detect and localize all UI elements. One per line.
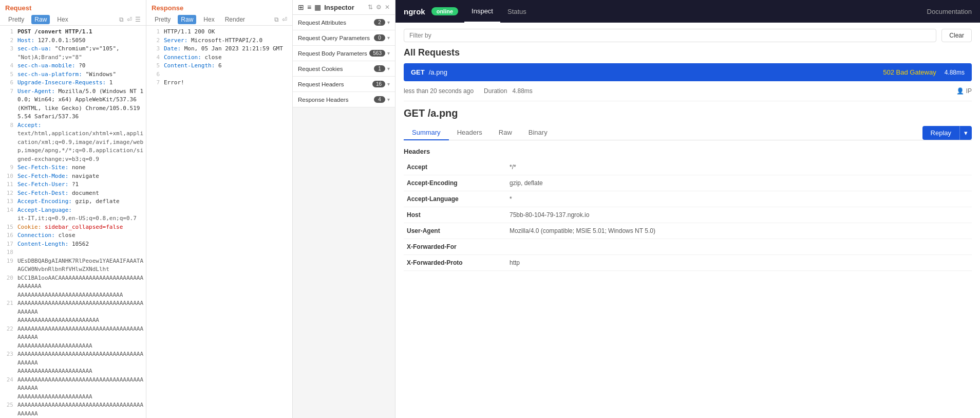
inspector-item[interactable]: Request Attributes2▾ [293,15,395,30]
line-number: 23 [2,350,13,367]
filter-bar: Clear [404,29,972,42]
menu-icon[interactable]: ☰ [135,16,141,23]
line-number [2,130,13,163]
replay-dropdown-arrow[interactable]: ▾ [959,126,972,140]
response-code-line: 5Content-Length: 6 [146,62,292,70]
replay-button[interactable]: Replay [922,126,959,140]
ngrok-documentation-link[interactable]: Documentation [927,8,972,15]
tab-hex[interactable]: Hex [54,15,71,24]
header-value [506,239,972,255]
request-code-line: AAAAAAAAAAAAAAAAAAAAAA [0,342,146,351]
inspector-icon-close[interactable]: ✕ [385,4,390,11]
copy-icon-resp[interactable]: ⧉ [274,16,279,23]
line-number: 24 [2,376,13,393]
inspector-item[interactable]: Response Headers4▾ [293,92,395,107]
inspector-item[interactable]: Request Cookies1▾ [293,61,395,77]
line-content: text/html,application/xhtml+xml,applicat… [17,130,144,163]
header-key: Accept [404,159,506,175]
tab-pretty-resp[interactable]: Pretty [152,15,174,24]
request-code-line: 13Accept-Encoding: gzip, deflate [0,197,146,206]
inspector-item[interactable]: Request Query Parameters0▾ [293,30,395,46]
wrap-icon-resp[interactable]: ⏎ [282,16,287,23]
line-number [2,393,13,402]
all-requests-title: All Requests [404,47,972,58]
line-number [2,53,13,62]
header-key: Host [404,207,506,223]
request-code-line: 10Sec-Fetch-Mode: navigate [0,172,146,181]
response-code-line: 2Server: Microsoft-HTTPAPI/2.0 [146,37,292,45]
request-code-line: 24AAAAAAAAAAAAAAAAAAAAAAAAAAAAAAAAAAAAAA… [0,376,146,393]
headers-table: Accept*/*Accept-Encodinggzip, deflateAcc… [404,159,972,271]
inspector-item[interactable]: Request Headers16▾ [293,77,395,92]
line-number: 10 [2,172,13,181]
request-list-item[interactable]: GET /a.png 502 Bad Gateway 4.88ms [404,63,972,81]
inspector-item-count: 563 [369,50,385,57]
line-content: AAAAAAAAAAAAAAAAAAAAAAAAAAAAAAAAAAAAAAAA… [17,376,144,393]
tab-render-resp[interactable]: Render [222,15,248,24]
header-key: X-Forwarded-Proto [404,255,506,271]
header-row: Host75bb-80-104-79-137.ngrok.io [404,207,972,223]
tab-raw[interactable]: Raw [31,15,50,24]
request-tab-icons: ⧉ ⏎ ☰ [119,16,141,23]
line-content: Accept-Language: [17,206,144,215]
tab-pretty[interactable]: Pretty [5,15,27,24]
filter-input[interactable] [404,29,936,42]
inspector-items-list: Request Attributes2▾Request Query Parame… [293,15,395,418]
header-value: * [506,191,972,207]
ngrok-logo: ngrok [404,7,425,16]
request-code-line: AAAAAAAAAAAAAAAAAAAAAAAAAAAAAAA [0,291,146,300]
tab-hex-resp[interactable]: Hex [200,15,217,24]
response-code-area: 1HTTP/1.1 200 OK2Server: Microsoft-HTTPA… [146,26,292,418]
line-content [17,248,144,257]
line-number: 19 [2,257,13,274]
inspector-icon-list: ≡ [307,3,311,11]
line-content: Connection: close [17,231,144,240]
request-title: Request [0,0,146,14]
user-icon: 👤 [956,87,964,95]
detail-tab-summary[interactable]: Summary [404,125,449,140]
request-code-line: 19UEsDBBQABgAIANHK7RlPeoew1YAEAAIFAAATAA… [0,257,146,274]
copy-icon[interactable]: ⧉ [119,16,124,23]
inspector-icon-settings[interactable]: ⚙ [376,4,382,11]
request-code-line: 17Content-Length: 10562 [0,240,146,249]
tab-raw-resp[interactable]: Raw [178,15,196,24]
line-number: 2 [2,37,13,45]
request-code-area: 1POST /convert HTTP/1.12Host: 127.0.0.1:… [0,26,146,418]
detail-tab-raw[interactable]: Raw [491,125,520,140]
line-number: 13 [2,197,13,206]
wrap-icon[interactable]: ⏎ [127,16,132,23]
line-content: User-Agent: Mozilla/5.0 (Windows NT 10.0… [17,87,144,121]
line-content: Content-Length: 10562 [17,240,144,249]
line-content: Upgrade-Insecure-Requests: 1 [17,79,144,87]
line-number: 21 [2,299,13,316]
request-method: GET [411,68,425,76]
line-number: 7 [2,87,13,121]
line-content: AAAAAAAAAAAAAAAAAAAAAAAAAAAAAAA [17,291,144,300]
nav-item-inspect[interactable]: Inspect [464,0,500,23]
inspector-icon-split[interactable]: ⇅ [368,4,373,11]
request-code-line: 9Sec-Fetch-Site: none [0,163,146,172]
header-row: Accept-Encodinggzip, deflate [404,175,972,191]
inspector-item-label: Request Cookies [298,66,372,72]
line-content: Sec-Fetch-Mode: navigate [17,172,144,181]
chevron-down-icon: ▾ [387,50,390,56]
request-code-line: 11Sec-Fetch-User: ?1 [0,180,146,189]
nav-item-status[interactable]: Status [500,0,534,23]
request-code-line: 4sec-ch-ua-mobile: ?0 [0,62,146,70]
detail-tab-binary[interactable]: Binary [520,125,556,140]
headers-section: Headers Accept*/*Accept-Encodinggzip, de… [404,148,972,271]
request-code-line: "Not)A;Brand";v="8" [0,53,146,62]
clear-button[interactable]: Clear [941,29,972,42]
line-content: Connection: close [164,53,290,62]
response-code-line: 1HTTP/1.1 200 OK [146,28,292,37]
inspector-icon-grid2: ▦ [314,3,321,11]
request-code-line: AAAAAAAAAAAAAAAAAAAAAAAA [0,316,146,325]
response-tabs: Pretty Raw Hex Render ⧉ ⏎ [146,14,292,26]
line-number: 4 [148,53,160,62]
inspector-item[interactable]: Request Body Parameters563▾ [293,46,395,61]
detail-tab-headers[interactable]: Headers [449,125,491,140]
line-content: bCC1BA1ooAACAAAAAAAAAAAAAAAAAAAAAAAAAAAA… [17,274,144,291]
request-code-line: 20bCC1BA1ooAACAAAAAAAAAAAAAAAAAAAAAAAAAA… [0,274,146,291]
line-content: Cookie: sidebar_collapsed=false [17,223,144,232]
request-code-line: 1POST /convert HTTP/1.1 [0,28,146,37]
